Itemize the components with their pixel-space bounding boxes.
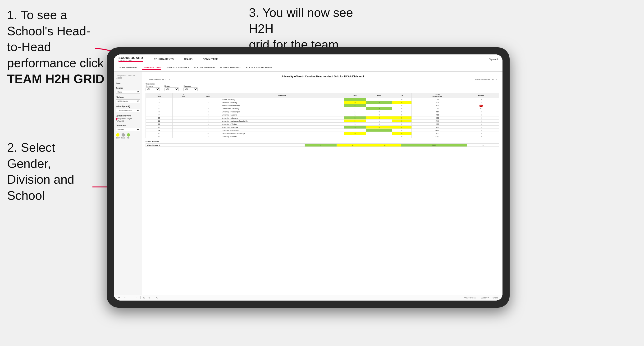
toolbar-time[interactable]: ⏱ <box>155 296 159 299</box>
ood-win: 1 <box>305 144 337 147</box>
toolbar-paste[interactable]: ⊕ <box>148 296 151 299</box>
cell-opponent: Texas Tech University <box>221 126 344 129</box>
cell-reg <box>172 113 195 116</box>
radio-top-100[interactable]: Top 100 <box>116 120 140 122</box>
school-select[interactable]: 1. University of Nort... <box>116 109 140 112</box>
nav-teams[interactable]: TEAMS <box>182 57 194 61</box>
cell-rounds: 8 <box>463 116 499 120</box>
table-row: 6 2 Florida State University 1 2 0 1.83 … <box>146 107 499 110</box>
cell-reg <box>172 120 195 123</box>
cell-win: 0 <box>344 101 366 104</box>
toolbar-divider-3 <box>478 296 478 299</box>
school-label: School (Rank) <box>116 105 140 108</box>
cell-rounds: 9 <box>463 126 499 129</box>
cell-conf: 2 <box>195 107 221 110</box>
toolbar-undo[interactable]: ↩ <box>117 296 121 299</box>
grid-title: University of North Carolina Head-to-Hea… <box>146 75 499 78</box>
gender-select[interactable]: Men's <box>116 90 140 94</box>
cell-diff: -6.42 <box>412 135 463 138</box>
toolbar: ↩ ↪ ← → ⎘ ⊕ ⏱ View: Original Watch ▾ Sha… <box>114 295 502 301</box>
col-diff: Diff AvStrokes/Rnd <box>412 93 463 98</box>
cell-reg <box>172 107 195 110</box>
col-reg: #Reg <box>172 93 195 98</box>
cell-rank: 3 <box>146 101 172 104</box>
col-win: Win <box>344 93 366 98</box>
cell-opponent: University of Alabama <box>221 116 344 120</box>
table-row: 15 4 Georgia Institute of Technology 0 1… <box>146 132 499 135</box>
nav-signout[interactable]: Sign out <box>489 58 498 61</box>
toolbar-watch[interactable]: Watch ▾ <box>480 296 490 299</box>
division-select[interactable]: NCAA Division I <box>116 99 140 103</box>
toolbar-share[interactable]: Share <box>492 296 499 299</box>
conference-filter-select[interactable]: (All) <box>146 87 160 91</box>
nav-tournaments[interactable]: TOURNAMENTS <box>153 57 175 61</box>
cell-diff: -2.29 <box>412 101 463 104</box>
colour-by-select[interactable]: Win/loss <box>116 128 140 131</box>
col-opponent: Opponent <box>221 93 344 98</box>
cell-win: 1 <box>344 110 366 113</box>
opponent-filter-group: Opponent (All) <box>184 85 198 91</box>
subnav-player-h2h-heatmap[interactable]: PLAYER H2H HEATMAP <box>246 66 272 70</box>
cell-loss: 1 <box>366 135 392 138</box>
cell-rank: 14 <box>146 129 172 132</box>
cell-opponent: University of Arizona <box>221 113 344 116</box>
cell-win: 3 <box>344 116 366 120</box>
cell-loss: 1 <box>366 104 392 107</box>
cell-reg <box>172 116 195 120</box>
region-filter-select[interactable]: (All) <box>164 87 179 91</box>
sub-nav: TEAM SUMMARY TEAM H2H GRID TEAM H2H HEAT… <box>114 64 502 72</box>
cell-loss: 0 <box>366 110 392 113</box>
cell-win: 1 <box>344 107 366 110</box>
colour-dot-level <box>122 133 125 137</box>
cell-rounds: 3 <box>463 123 499 126</box>
opponent-filter-select[interactable]: (All) <box>184 87 198 91</box>
subnav-player-h2h-grid[interactable]: PLAYER H2H GRID <box>220 66 241 70</box>
cell-tie: 0 <box>392 132 412 135</box>
cell-win: 1 <box>344 123 366 126</box>
cell-diff: 1.67 <box>412 98 463 101</box>
colour-dot-down <box>116 133 120 137</box>
subnav-player-summary[interactable]: PLAYER SUMMARY <box>194 66 216 70</box>
toolbar-copy[interactable]: ⎘ <box>142 296 146 299</box>
out-of-division-table: NCAA Division II 1 0 0 26.00 3 <box>146 143 499 147</box>
cell-conf: 2 <box>195 129 221 132</box>
cell-conf: 5 <box>195 116 221 120</box>
cell-conf: 6 <box>195 120 221 123</box>
table-row: 4 1 Arizona State University 5 1 0 2.29 … <box>146 104 499 107</box>
grid-records: Overall Record: 89 - 17 - 0 Division Rec… <box>146 79 499 81</box>
cell-diff: 1.83 <box>412 107 463 110</box>
cell-loss: 4 <box>366 101 392 104</box>
division-label: Division <box>116 96 140 98</box>
logo-bar <box>118 61 143 62</box>
table-row: 8 2 University of Washington 1 0 0 3.67 … <box>146 110 499 113</box>
toolbar-forward[interactable]: → <box>134 296 138 299</box>
cell-diff: 9.00 <box>412 113 463 116</box>
cell-opponent: Georgia Institute of Technology <box>221 132 344 135</box>
nav-committee[interactable]: COMMITTEE <box>201 57 220 61</box>
cell-rank: 13 <box>146 126 172 129</box>
toolbar-view-label[interactable]: View: Original <box>464 297 476 299</box>
cell-reg <box>172 98 195 101</box>
table-row: 13 1 Texas Tech University 3 0 0 5.56 9 <box>146 126 499 129</box>
cell-loss: 1 <box>366 132 392 135</box>
cell-opponent: University of Arkansas, Fayetteville <box>221 120 344 123</box>
toolbar-back[interactable]: ← <box>128 296 132 299</box>
cell-diff: 2.61 <box>412 116 463 120</box>
cell-opponent: University of Washington <box>221 110 344 113</box>
main-content: Last Updated: 27/03/2024 16:55:38 Team G… <box>114 72 502 295</box>
cell-win: 1 <box>344 135 366 138</box>
cell-rank: 9 <box>146 113 172 116</box>
left-panel: Last Updated: 27/03/2024 16:55:38 Team G… <box>114 72 142 295</box>
radio-opponents-played[interactable]: Opponents Played <box>116 118 140 120</box>
cell-tie: 0 <box>392 110 412 113</box>
cell-loss: 1 <box>366 120 392 123</box>
toolbar-redo[interactable]: ↪ <box>123 296 126 299</box>
subnav-team-h2h-grid[interactable]: TEAM H2H GRID <box>142 66 161 70</box>
cell-tie: 0 <box>392 129 412 132</box>
cell-rank: 8 <box>146 110 172 113</box>
cell-tie: 0 <box>392 104 412 107</box>
cell-reg <box>172 123 195 126</box>
subnav-team-summary[interactable]: TEAM SUMMARY <box>118 66 138 70</box>
subnav-team-h2h-heatmap[interactable]: TEAM H2H HEATMAP <box>166 66 189 70</box>
cell-conf: 3 <box>195 123 221 126</box>
